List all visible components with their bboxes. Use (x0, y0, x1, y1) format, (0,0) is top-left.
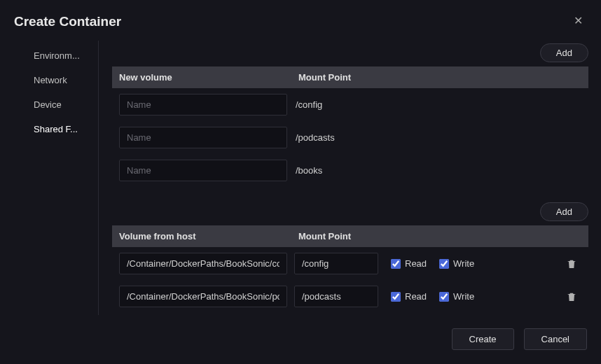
read-checkbox[interactable] (391, 292, 401, 302)
sidebar-item-network[interactable]: Network (0, 68, 98, 92)
read-perm[interactable]: Read (391, 258, 427, 269)
add-new-volume-button[interactable]: Add (540, 43, 588, 62)
new-volume-row: /config (112, 88, 588, 121)
delete-row-button[interactable] (566, 291, 577, 302)
write-label: Write (453, 291, 474, 302)
new-volume-header: New volume Mount Point (112, 66, 588, 88)
sidebar-divider (98, 41, 99, 315)
sidebar-item-label: Shared F... (34, 124, 78, 134)
perm-group: Read Write (391, 291, 474, 302)
content-pane: Add New volume Mount Point /config /podc… (98, 39, 588, 318)
sidebar-item-label: Device (34, 99, 62, 110)
sidebar-item-environment[interactable]: Environm... (0, 43, 98, 68)
create-container-modal: Create Container ✕ Environm... Network D… (0, 0, 601, 364)
host-volume-header: Volume from host Mount Point (112, 225, 588, 247)
mount-point-value: /podcasts (294, 132, 335, 143)
modal-title: Create Container (14, 14, 121, 29)
cancel-button[interactable]: Cancel (524, 328, 587, 350)
perm-group: Read Write (391, 258, 474, 269)
new-volume-row: /podcasts (112, 121, 588, 154)
new-volume-row: /books (112, 154, 588, 187)
mount-point-value: /books (294, 165, 322, 176)
header-mount-point: Mount Point (298, 72, 581, 83)
modal-body: Environm... Network Device Shared F... A… (0, 39, 601, 318)
trash-icon (566, 260, 577, 272)
host-volume-row: Read Write (112, 313, 588, 318)
write-perm[interactable]: Write (439, 291, 474, 302)
read-perm[interactable]: Read (391, 291, 427, 302)
create-button[interactable]: Create (452, 328, 514, 350)
mount-point-input[interactable] (294, 253, 378, 274)
delete-row-button[interactable] (566, 258, 577, 270)
mount-point-input[interactable] (294, 286, 378, 307)
host-path-input[interactable] (119, 253, 287, 274)
read-label: Read (405, 291, 427, 302)
sidebar-item-label: Network (34, 75, 67, 85)
sidebar: Environm... Network Device Shared F... (0, 39, 98, 318)
write-checkbox[interactable] (439, 292, 449, 302)
host-path-input[interactable] (119, 286, 287, 307)
sidebar-item-shared-folders[interactable]: Shared F... (0, 117, 98, 141)
volume-name-input[interactable] (119, 160, 287, 181)
modal-header: Create Container ✕ (0, 0, 601, 39)
header-volume-from-host: Volume from host (119, 231, 298, 241)
trash-icon (566, 293, 577, 304)
mount-point-value: /config (294, 99, 322, 110)
write-checkbox[interactable] (439, 259, 449, 269)
host-volume-row: Read Write (112, 247, 588, 280)
write-perm[interactable]: Write (439, 258, 474, 269)
close-icon[interactable]: ✕ (569, 14, 587, 28)
volume-name-input[interactable] (119, 127, 287, 148)
header-new-volume: New volume (119, 72, 298, 83)
modal-footer: Create Cancel (0, 318, 601, 364)
host-volume-row: Read Write (112, 280, 588, 313)
read-checkbox[interactable] (391, 259, 401, 269)
volume-name-input[interactable] (119, 94, 287, 115)
new-volume-section: Add New volume Mount Point /config /podc… (112, 43, 588, 187)
header-mount-point: Mount Point (298, 231, 581, 241)
add-host-volume-button[interactable]: Add (540, 202, 588, 221)
write-label: Write (453, 258, 474, 269)
sidebar-item-device[interactable]: Device (0, 92, 98, 117)
sidebar-item-label: Environm... (34, 50, 80, 61)
read-label: Read (405, 258, 427, 269)
host-volume-section: Add Volume from host Mount Point Read (112, 202, 588, 318)
